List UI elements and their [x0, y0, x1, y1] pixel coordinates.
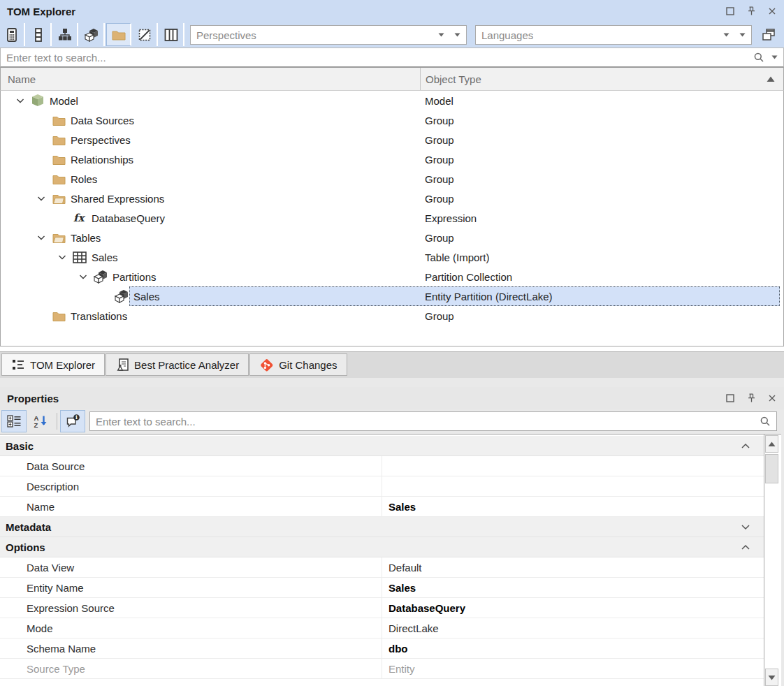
category-header-metadata[interactable]: Metadata — [0, 517, 764, 537]
tom-search-box[interactable] — [0, 48, 784, 68]
tree-row[interactable]: fx DatabaseQuery Expression — [1, 208, 783, 228]
tree-row-selected[interactable]: Sales Entity Partition (DirectLake) — [1, 286, 783, 306]
property-value[interactable]: Sales — [382, 497, 764, 516]
partitions-icon — [84, 27, 99, 43]
column-header-object-type[interactable]: Object Type — [420, 68, 783, 90]
hidden-objects-toggle-button[interactable] — [133, 23, 158, 46]
toolbar-separator — [57, 413, 57, 430]
languages-input[interactable] — [476, 26, 723, 44]
tree-item-label: Roles — [71, 173, 97, 185]
tab-tom-explorer[interactable]: TOM Explorer — [1, 353, 105, 376]
tab-best-practice-analyzer[interactable]: Best Practice Analyzer — [106, 353, 249, 376]
property-row: Schema Name dbo — [0, 638, 764, 659]
tom-explorer-panel: TOM Explorer — [0, 0, 784, 351]
chevron-down-icon[interactable] — [740, 523, 751, 531]
property-value[interactable]: dbo — [382, 638, 764, 658]
perspectives-input[interactable] — [191, 26, 438, 44]
search-icon[interactable] — [760, 416, 771, 427]
languages-combobox[interactable] — [475, 25, 752, 45]
tree-row[interactable]: Roles Group — [1, 169, 783, 189]
category-header-options[interactable]: Options — [0, 537, 764, 557]
properties-toolbar: A Z i — [0, 409, 784, 434]
tab-label: Best Practice Analyzer — [134, 359, 239, 371]
expander-icon[interactable] — [34, 191, 48, 205]
close-icon[interactable] — [766, 392, 778, 404]
column-header-name[interactable]: Name — [1, 68, 420, 90]
property-value[interactable]: DirectLake — [382, 618, 764, 638]
tree-row[interactable]: Perspectives Group — [1, 130, 783, 149]
tom-search-input[interactable] — [1, 48, 783, 66]
partition-icon — [93, 269, 108, 284]
property-help-button[interactable]: i — [60, 410, 85, 432]
table-columns-toggle-button[interactable] — [159, 23, 184, 46]
scroll-down-icon[interactable] — [765, 669, 778, 686]
property-value[interactable]: Default — [382, 557, 764, 577]
property-label: Data View — [0, 557, 382, 577]
table-icon — [72, 249, 87, 265]
tree-item-label: Tables — [71, 232, 101, 244]
scrollbar-thumb[interactable] — [765, 454, 778, 483]
tree-row[interactable]: Tables Group — [1, 228, 783, 247]
partition-icon — [114, 289, 129, 304]
dropdown-arrow-icon — [454, 33, 460, 37]
tree-item-label: Data Sources — [71, 115, 134, 126]
property-value[interactable] — [382, 456, 764, 476]
tree-item-type: Group — [420, 228, 783, 247]
columns-strip-icon — [31, 27, 46, 43]
folder-open-icon — [51, 230, 66, 245]
property-row: Expression Source DatabaseQuery — [0, 598, 764, 618]
model-icon — [30, 93, 45, 108]
tab-label: TOM Explorer — [30, 359, 95, 371]
tree-row[interactable]: Translations Group — [1, 306, 783, 326]
tree-row[interactable]: Partitions Partition Collection — [1, 267, 783, 286]
property-value[interactable]: Entity — [382, 659, 764, 678]
tree-item-label: Shared Expressions — [71, 193, 164, 205]
alphabetical-sort-button[interactable]: A Z — [28, 410, 53, 432]
dropdown-arrow-icon[interactable] — [771, 55, 778, 59]
partitions-toggle-button[interactable] — [80, 23, 105, 46]
folder-open-icon — [51, 191, 66, 206]
category-header-basic[interactable]: Basic — [0, 436, 764, 456]
tree-item-type: Partition Collection — [420, 267, 783, 286]
property-value[interactable]: DatabaseQuery — [382, 598, 764, 618]
tree-row[interactable]: Shared Expressions Group — [1, 189, 783, 208]
hierarchies-toggle-button[interactable] — [53, 23, 78, 46]
scroll-up-icon[interactable] — [765, 435, 778, 453]
properties-search-box[interactable] — [89, 411, 777, 431]
perspectives-combobox[interactable] — [190, 25, 467, 45]
tree-item-type: Entity Partition (DirectLake) — [420, 286, 783, 306]
tree-row[interactable]: Model Model — [1, 91, 783, 110]
svg-text:i: i — [75, 414, 78, 421]
vertical-scrollbar[interactable] — [764, 435, 779, 686]
expander-icon[interactable] — [76, 270, 90, 284]
columns-toggle-button[interactable] — [27, 23, 52, 46]
categorized-view-button[interactable] — [1, 410, 27, 432]
window-stack-button[interactable] — [756, 23, 781, 46]
display-folders-toggle-button[interactable] — [106, 23, 131, 46]
restore-icon[interactable] — [724, 392, 736, 404]
tree-row[interactable]: Sales Table (Import) — [1, 247, 783, 267]
tab-git-changes[interactable]: Git Changes — [249, 353, 347, 376]
close-icon[interactable] — [766, 5, 778, 17]
svg-text:fx: fx — [73, 212, 85, 224]
expander-icon[interactable] — [13, 94, 27, 108]
tree-row[interactable]: Relationships Group — [1, 149, 783, 169]
search-icon[interactable] — [753, 52, 764, 63]
measures-toggle-button[interactable] — [0, 23, 25, 46]
tree-row[interactable]: Data Sources Group — [1, 110, 783, 130]
property-value[interactable]: Sales — [382, 578, 764, 597]
sort-asc-icon — [767, 76, 775, 82]
expander-icon[interactable] — [55, 250, 69, 264]
dropdown-arrow-icon — [438, 33, 444, 37]
property-label: Data Source — [0, 456, 382, 476]
restore-icon[interactable] — [724, 5, 736, 17]
chevron-up-icon[interactable] — [740, 441, 751, 450]
property-value[interactable] — [382, 476, 764, 496]
property-row: Source Type Entity — [0, 659, 764, 679]
expander-icon[interactable] — [34, 231, 48, 245]
pin-icon[interactable] — [745, 5, 757, 17]
chevron-up-icon[interactable] — [740, 543, 751, 551]
pin-icon[interactable] — [745, 392, 757, 404]
properties-search-input[interactable] — [90, 412, 776, 430]
tree-item-label: Relationships — [71, 154, 133, 166]
